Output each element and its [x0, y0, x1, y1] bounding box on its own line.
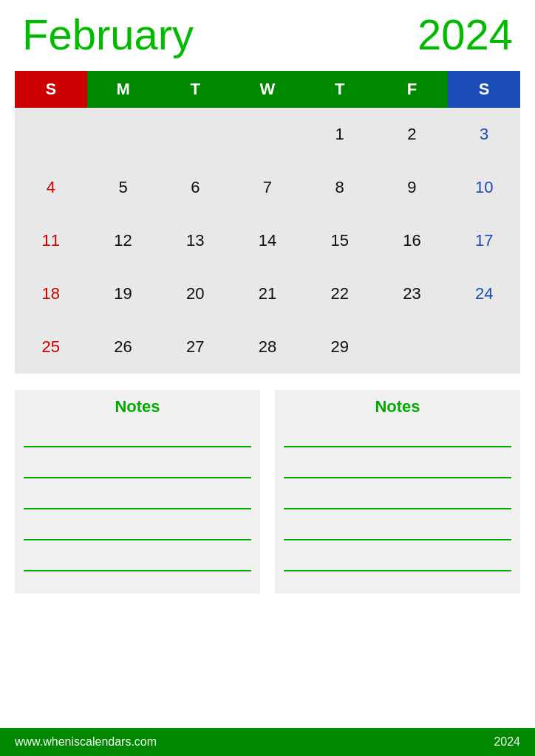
- day-21: 21: [231, 267, 304, 320]
- day-2: 2: [376, 108, 449, 161]
- note-line-2: [24, 461, 251, 478]
- day-19: 19: [87, 267, 160, 320]
- day-5: 5: [87, 161, 160, 214]
- month-title: February: [22, 13, 194, 56]
- day-1: 1: [304, 108, 376, 161]
- day-20: 20: [159, 267, 231, 320]
- notes-lines-right: [275, 424, 520, 594]
- note-line-r5: [284, 554, 511, 571]
- day-12: 12: [87, 214, 160, 267]
- day-empty: [87, 108, 160, 161]
- day-11: 11: [15, 214, 87, 267]
- notes-box-left: Notes: [15, 390, 260, 594]
- day-25: 25: [15, 320, 87, 374]
- notes-label-right: Notes: [375, 397, 420, 416]
- day-10: 10: [448, 161, 520, 214]
- day-24: 24: [448, 267, 520, 320]
- note-line-3: [24, 492, 251, 509]
- header-tuesday: T: [159, 71, 231, 108]
- note-line-r3: [284, 492, 511, 509]
- note-line-1: [24, 430, 251, 447]
- calendar-header: February 2024: [0, 0, 535, 63]
- day-17: 17: [448, 214, 520, 267]
- day-15: 15: [304, 214, 376, 267]
- note-line-r1: [284, 430, 511, 447]
- day-empty: [376, 320, 449, 374]
- notes-label-row-left: Notes: [15, 390, 260, 424]
- notes-section: Notes Notes: [15, 390, 520, 594]
- year-title: 2024: [418, 13, 513, 56]
- day-29: 29: [304, 320, 376, 374]
- day-23: 23: [376, 267, 449, 320]
- note-line-r4: [284, 523, 511, 540]
- day-27: 27: [159, 320, 231, 374]
- notes-lines-left: [15, 424, 260, 594]
- note-line-4: [24, 523, 251, 540]
- day-16: 16: [376, 214, 449, 267]
- calendar-grid: S M T W T F S 1 2 3 4 5 6 7 8 9 10 11: [15, 71, 520, 374]
- notes-label-row-right: Notes: [275, 390, 520, 424]
- notes-label-left: Notes: [115, 397, 160, 416]
- day-empty: [231, 108, 304, 161]
- header-thursday: T: [304, 71, 376, 108]
- day-7: 7: [231, 161, 304, 214]
- day-26: 26: [87, 320, 160, 374]
- header-monday: M: [87, 71, 160, 108]
- day-14: 14: [231, 214, 304, 267]
- header-saturday: S: [448, 71, 520, 108]
- day-22: 22: [304, 267, 376, 320]
- day-6: 6: [159, 161, 231, 214]
- day-18: 18: [15, 267, 87, 320]
- day-28: 28: [231, 320, 304, 374]
- note-line-5: [24, 554, 251, 571]
- day-13: 13: [159, 214, 231, 267]
- calendar-body: 1 2 3 4 5 6 7 8 9 10 11 12 13 14 15 16 1…: [15, 108, 520, 374]
- page-container: February 2024 S M T W T F S 1 2 3 4 5 6: [0, 0, 535, 756]
- day-3: 3: [448, 108, 520, 161]
- day-empty: [159, 108, 231, 161]
- day-empty: [448, 320, 520, 374]
- header-sunday: S: [15, 71, 87, 108]
- notes-box-right: Notes: [275, 390, 520, 594]
- day-9: 9: [376, 161, 449, 214]
- header-wednesday: W: [231, 71, 304, 108]
- calendar-days-header: S M T W T F S: [15, 71, 520, 108]
- note-line-r2: [284, 461, 511, 478]
- footer: www.wheniscalendars.com 2024: [0, 728, 535, 756]
- header-friday: F: [376, 71, 449, 108]
- footer-url: www.wheniscalendars.com: [15, 735, 157, 749]
- day-8: 8: [304, 161, 376, 214]
- day-4: 4: [15, 161, 87, 214]
- day-empty: [15, 108, 87, 161]
- footer-year: 2024: [494, 735, 520, 749]
